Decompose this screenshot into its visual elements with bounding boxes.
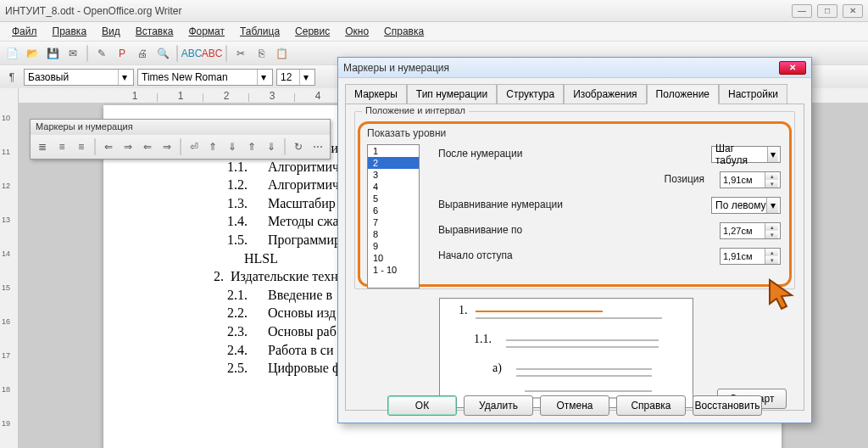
- level-item[interactable]: 7: [368, 216, 419, 228]
- tab-position[interactable]: Положение: [647, 84, 719, 104]
- maximize-button[interactable]: □: [817, 4, 837, 18]
- menu-help[interactable]: Справка: [377, 24, 431, 39]
- level-item[interactable]: 1 - 10: [368, 264, 419, 276]
- dialog-close-button[interactable]: ✕: [779, 61, 806, 75]
- tab-images[interactable]: Изображения: [564, 84, 646, 104]
- menubar: Файл Правка Вид Вставка Формат Таблица С…: [0, 22, 868, 41]
- menu-format[interactable]: Формат: [181, 24, 231, 39]
- move-up-sub-icon[interactable]: ⇑: [243, 138, 260, 155]
- preview-line: [516, 375, 652, 377]
- bullets-dialog-icon[interactable]: ⋯: [309, 138, 326, 155]
- tab-numtype[interactable]: Тип нумерации: [407, 84, 497, 104]
- menu-insert[interactable]: Вставка: [129, 24, 181, 39]
- cut-icon[interactable]: ✂: [232, 45, 249, 62]
- copy-icon[interactable]: ⎘: [253, 45, 270, 62]
- indent-at-spinner[interactable]: ▴▾: [720, 248, 781, 265]
- menu-table[interactable]: Таблица: [233, 24, 287, 39]
- edit-mode-icon[interactable]: ✎: [93, 45, 110, 62]
- level-item[interactable]: 10: [368, 252, 419, 264]
- ruler-tick: 10: [2, 114, 10, 122]
- help-button[interactable]: Справка: [616, 395, 686, 416]
- level-item[interactable]: 6: [368, 204, 419, 216]
- size-value: 12: [281, 71, 292, 83]
- preview-icon[interactable]: 🔍: [154, 45, 171, 62]
- position-spinner[interactable]: ▴▾: [720, 171, 781, 188]
- pdf-icon[interactable]: P: [114, 45, 131, 62]
- level-item[interactable]: 8: [368, 228, 419, 240]
- cancel-button[interactable]: Отмена: [540, 395, 609, 416]
- paste-icon[interactable]: 📋: [273, 45, 290, 62]
- print-icon[interactable]: 🖨: [134, 45, 151, 62]
- new-icon[interactable]: 📄: [3, 45, 20, 62]
- menu-view[interactable]: Вид: [95, 24, 127, 39]
- ruler-num: 4: [295, 90, 341, 102]
- spin-up-icon[interactable]: ▴: [765, 249, 778, 256]
- list-bullet-icon[interactable]: ≣: [34, 138, 51, 155]
- restore-label: Восстановить: [695, 400, 760, 412]
- spellcheck-icon[interactable]: ABC: [183, 45, 200, 62]
- align-num-label: Выравнивание нумерации: [438, 199, 563, 210]
- font-value: Times New Roman: [142, 71, 228, 83]
- size-select[interactable]: 12 ▾: [276, 69, 315, 86]
- preview-line: [506, 339, 659, 341]
- spin-down-icon[interactable]: ▾: [765, 231, 778, 238]
- level-item[interactable]: 5: [368, 193, 419, 204]
- tab-markers[interactable]: Маркеры: [345, 84, 407, 104]
- menu-tools[interactable]: Сервис: [288, 24, 337, 39]
- demote-icon[interactable]: ⇒: [120, 138, 136, 155]
- ruler-tick: 16: [2, 317, 10, 326]
- position-value[interactable]: [721, 175, 765, 185]
- numbering-toolbar[interactable]: Маркеры и нумерация ≣ ≡ ≡ ⇐ ⇒ ⇐ ⇒ ⏎ ⇑ ⇓ …: [30, 119, 331, 160]
- mail-icon[interactable]: ✉: [64, 45, 81, 62]
- group-label: Положение и интервал: [362, 105, 469, 115]
- promote-icon[interactable]: ⇐: [100, 138, 117, 155]
- dropdown-icon: ▾: [766, 198, 778, 213]
- menu-file[interactable]: Файл: [5, 24, 44, 39]
- after-numbering-label: После нумерации: [438, 148, 522, 160]
- move-down-icon[interactable]: ⇓: [224, 138, 241, 155]
- cancel-label: Отмена: [556, 400, 593, 412]
- tab-settings[interactable]: Настройки: [719, 84, 787, 104]
- ok-label: ОК: [415, 400, 429, 412]
- move-up-icon[interactable]: ⇑: [205, 138, 222, 155]
- list-off-icon[interactable]: ≡: [73, 138, 90, 155]
- align-num-select[interactable]: По левому ▾: [711, 197, 781, 214]
- close-button[interactable]: ✕: [843, 4, 863, 18]
- align-at-value[interactable]: [721, 226, 765, 236]
- level-item[interactable]: 3: [368, 169, 419, 181]
- styles-icon[interactable]: ¶: [3, 69, 20, 86]
- delete-button[interactable]: Удалить: [464, 395, 533, 416]
- levels-listbox[interactable]: 1 2 3 4 5 6 7 8 9 10 1 - 10: [367, 144, 420, 288]
- promote-sub-icon[interactable]: ⇐: [139, 138, 156, 155]
- spin-down-icon[interactable]: ▾: [765, 180, 778, 188]
- move-down-sub-icon[interactable]: ⇓: [263, 138, 280, 155]
- insert-unnum-icon[interactable]: ⏎: [186, 138, 203, 155]
- separator: [86, 45, 88, 62]
- minimize-button[interactable]: —: [792, 4, 812, 18]
- demote-sub-icon[interactable]: ⇒: [159, 138, 175, 155]
- list-number-icon[interactable]: ≡: [53, 138, 70, 155]
- autospell-icon[interactable]: ABC: [203, 45, 220, 62]
- spin-up-icon[interactable]: ▴: [765, 172, 778, 180]
- menu-edit[interactable]: Правка: [46, 24, 94, 39]
- style-select[interactable]: Базовый ▾: [24, 69, 134, 86]
- tab-structure[interactable]: Структура: [497, 84, 564, 104]
- font-select[interactable]: Times New Roman ▾: [137, 69, 273, 86]
- preview-line: [516, 368, 652, 370]
- after-numbering-select[interactable]: Шаг табуля ▾: [711, 146, 781, 163]
- level-item-selected[interactable]: 2: [368, 157, 419, 169]
- menu-window[interactable]: Окно: [338, 24, 376, 39]
- level-item[interactable]: 1: [368, 145, 419, 157]
- level-item[interactable]: 4: [368, 181, 419, 193]
- ok-button[interactable]: ОК: [387, 395, 457, 416]
- indent-at-value[interactable]: [721, 251, 765, 261]
- restart-num-icon[interactable]: ↻: [290, 138, 307, 155]
- align-at-spinner[interactable]: ▴▾: [720, 222, 781, 239]
- spin-down-icon[interactable]: ▾: [765, 256, 778, 264]
- level-item[interactable]: 9: [368, 240, 419, 252]
- restore-button[interactable]: Восстановить: [693, 395, 762, 416]
- save-icon[interactable]: 💾: [44, 45, 61, 62]
- ruler-num: 2: [203, 90, 249, 102]
- open-icon[interactable]: 📂: [24, 45, 41, 62]
- spin-up-icon[interactable]: ▴: [765, 223, 778, 231]
